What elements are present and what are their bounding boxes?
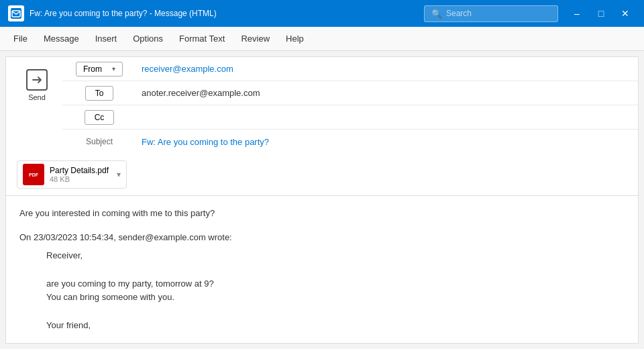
menu-help[interactable]: Help (278, 30, 312, 48)
search-box[interactable]: 🔍 (424, 5, 558, 22)
attachment-info: Party Details.pdf 48 KB (50, 166, 109, 183)
attachment-area: PDF Party Details.pdf 48 KB ▾ (6, 154, 638, 196)
to-label-area: To (62, 86, 136, 101)
menu-message[interactable]: Message (36, 30, 87, 48)
close-button[interactable]: ✕ (614, 3, 636, 24)
to-address[interactable]: anoter.receiver@example.com (136, 85, 638, 101)
attachment-size: 48 KB (50, 175, 109, 183)
send-button-area: Send (6, 57, 62, 105)
app-icon (8, 5, 24, 21)
menubar: File Message Insert Options Format Text … (0, 27, 644, 51)
quoted-line1: are you coming to my party, tomorrow at … (46, 277, 625, 291)
from-button[interactable]: From ▾ (76, 62, 123, 77)
quoted-header: On 23/03/2023 10:54:34, sender@example.c… (19, 231, 625, 244)
quoted-salutation: Receiver, (46, 249, 625, 263)
from-chevron-icon: ▾ (112, 65, 115, 72)
main-panel: Send From ▾ receiver@example.com To an (5, 56, 639, 344)
menu-file[interactable]: File (5, 30, 36, 48)
cc-row: Cc (62, 105, 638, 130)
quoted-closing: Your friend, (46, 319, 625, 333)
window-title: Fw: Are you coming to the party? - Messa… (30, 9, 424, 18)
cc-address[interactable] (136, 115, 638, 120)
menu-format-text[interactable]: Format Text (171, 30, 233, 48)
attachment-item[interactable]: PDF Party Details.pdf 48 KB ▾ (17, 160, 127, 189)
from-label-area: From ▾ (62, 62, 136, 77)
quoted-body: Receiver, are you coming to my party, to… (46, 249, 625, 333)
cc-label-area: Cc (62, 110, 136, 125)
minimize-button[interactable]: – (566, 3, 588, 24)
address-fields: From ▾ receiver@example.com To anoter.re… (62, 57, 638, 154)
send-icon (26, 69, 48, 91)
pdf-icon: PDF (23, 164, 44, 185)
subject-label: Subject (86, 137, 113, 146)
email-form-area: Send From ▾ receiver@example.com To an (6, 57, 638, 154)
menu-insert[interactable]: Insert (87, 30, 125, 48)
maximize-button[interactable]: □ (590, 3, 612, 24)
menu-review[interactable]: Review (233, 30, 278, 48)
email-body[interactable]: Are you interested in coming with me to … (6, 196, 638, 343)
attachment-chevron-icon: ▾ (117, 170, 121, 179)
body-intro: Are you interested in coming with me to … (19, 207, 625, 220)
to-row: To anoter.receiver@example.com (62, 81, 638, 105)
titlebar: Fw: Are you coming to the party? - Messa… (0, 0, 644, 27)
attachment-name: Party Details.pdf (50, 166, 109, 175)
send-label: Send (28, 93, 46, 101)
search-icon: 🔍 (431, 9, 442, 19)
subject-row: Subject Fw: Are you coming to the party? (62, 130, 638, 154)
from-address[interactable]: receiver@example.com (136, 61, 638, 77)
to-button[interactable]: To (85, 86, 114, 101)
window-controls: – □ ✕ (566, 3, 636, 24)
subject-value[interactable]: Fw: Are you coming to the party? (136, 134, 638, 150)
cc-button[interactable]: Cc (85, 110, 115, 125)
send-button[interactable]: Send (17, 65, 57, 105)
subject-label-area: Subject (62, 137, 136, 146)
menu-options[interactable]: Options (125, 30, 171, 48)
search-input[interactable] (446, 9, 547, 18)
from-row: From ▾ receiver@example.com (62, 57, 638, 81)
quoted-line2: You can bring someone with you. (46, 291, 625, 305)
